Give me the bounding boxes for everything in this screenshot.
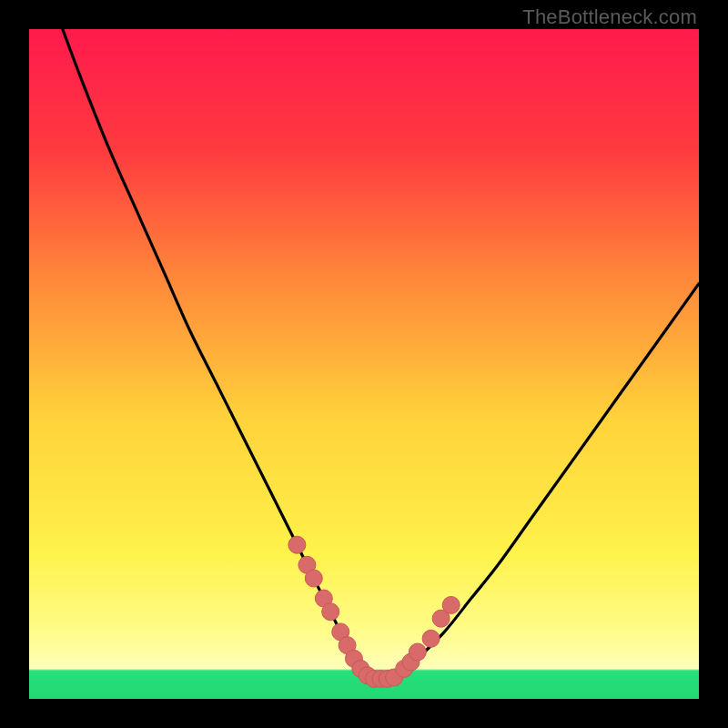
marker-point bbox=[288, 536, 306, 553]
marker-point bbox=[422, 630, 440, 647]
chart-frame: TheBottleneck.com bbox=[0, 0, 728, 728]
highlight-markers bbox=[288, 536, 460, 687]
plot-area bbox=[29, 29, 699, 699]
bottleneck-curve bbox=[63, 29, 699, 679]
marker-point bbox=[409, 643, 426, 661]
marker-point bbox=[442, 596, 460, 613]
curve-layer bbox=[29, 29, 699, 699]
watermark-text: TheBottleneck.com bbox=[522, 5, 697, 29]
marker-point bbox=[305, 570, 322, 587]
marker-point bbox=[322, 603, 339, 621]
